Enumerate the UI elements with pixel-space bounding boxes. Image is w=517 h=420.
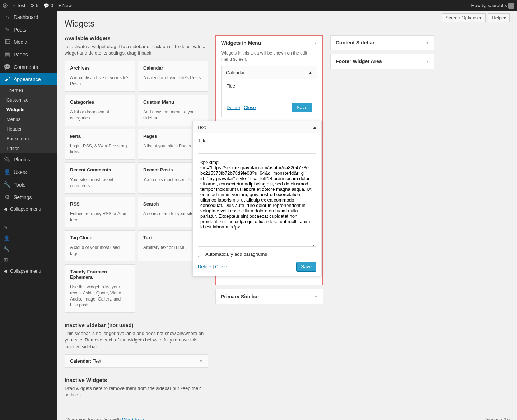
text-widget: Text ▲ Title:	[192, 121, 322, 276]
submenu-item-themes[interactable]: Themes	[0, 85, 57, 95]
close-link[interactable]: Close	[215, 264, 227, 269]
widget-area-header[interactable]: Footer Widget Area▼	[331, 54, 434, 69]
close-link[interactable]: Close	[244, 105, 256, 110]
available-widget[interactable]: RSSEntries from any RSS or Atom feed.	[65, 197, 135, 228]
site-link[interactable]: ⌂ Test	[13, 3, 25, 8]
text-content-textarea[interactable]	[198, 157, 316, 247]
submenu-item-background[interactable]: Background	[0, 134, 57, 143]
menu-item-settings[interactable]: ⚙Settings	[0, 191, 57, 203]
submenu-item-customize[interactable]: Customize	[0, 95, 57, 105]
submenu-item-menus[interactable]: Menus	[0, 114, 57, 124]
menu-item-media[interactable]: 🖼Media	[0, 36, 57, 48]
chevron-up-icon: ▲	[314, 41, 317, 45]
widget-area-header[interactable]: Content Sidebar▼	[331, 36, 434, 50]
available-widget[interactable]: ArchivesA monthly archive of your site's…	[65, 61, 135, 92]
widget-area-header[interactable]: Widgets in Menu ▲	[216, 36, 322, 50]
menu-icon: 💬	[4, 63, 11, 70]
menu-icon: ⚙	[4, 194, 11, 200]
available-widget[interactable]: Tag CloudA cloud of your most used tags.	[65, 230, 135, 261]
chevron-down-icon: ▼	[425, 41, 429, 45]
widget-name: Meta	[65, 129, 135, 143]
menu-icon: 🖌	[4, 76, 11, 82]
menu-item-tools[interactable]: 🔧Tools	[0, 178, 57, 191]
inactive-widgets-desc: Drag widgets here to remove them from th…	[65, 385, 208, 398]
calendar-widget-header[interactable]: Calendar ▲	[222, 66, 317, 79]
menu-item-pages[interactable]: ▤Pages	[0, 48, 57, 61]
howdy-link[interactable]: Howdy, saurabhs	[471, 3, 514, 9]
inactive-widgets-heading: Inactive Widgets	[65, 377, 208, 383]
submenu-item-editor[interactable]: Editor	[0, 143, 57, 153]
autop-checkbox[interactable]	[198, 253, 202, 257]
avatar	[508, 3, 514, 9]
submenu-item-widgets[interactable]: Widgets	[0, 105, 57, 114]
text-widget-header[interactable]: Text ▲	[193, 121, 321, 133]
calendar-title-input[interactable]	[227, 90, 312, 99]
inactive-sidebar-heading: Inactive Sidebar (not used)	[65, 322, 208, 328]
chevron-down-icon: ▼	[425, 60, 429, 63]
footer-version: Version 4.0	[486, 417, 510, 420]
widget-area: Footer Widget Area▼	[330, 54, 434, 69]
admin-bar: ⓦ ⌂ Test ⟳ 5 💬 0 + New Howdy, saurabhs	[0, 0, 517, 11]
menu-item-dashboard[interactable]: ⌂Dashboard	[0, 11, 57, 23]
chevron-up-icon: ▲	[312, 124, 317, 130]
menu-icon: 🖼	[4, 39, 11, 45]
inactive-sidebar-desc: This sidebar is no longer available and …	[65, 330, 208, 350]
available-widget[interactable]: Twenty Fourteen EphemeraUse this widget …	[65, 264, 135, 313]
chevron-down-icon: ▼	[314, 294, 318, 298]
updates-link[interactable]: ⟳ 5	[31, 3, 38, 8]
widget-desc: A calendar of your site's Posts.	[138, 75, 208, 85]
widget-desc: A list or dropdown of categories.	[65, 109, 135, 126]
menu-icon: 🔧	[4, 181, 11, 188]
save-button[interactable]: Save	[292, 103, 312, 112]
widget-name: Twenty Fourteen Ephemera	[65, 265, 135, 284]
admin-menu: ⌂Dashboard✎Posts🖼Media▤Pages💬Comments🖌Ap…	[0, 11, 57, 420]
widgets-in-menu-area: Widgets in Menu ▲ Widgets in this area w…	[215, 35, 323, 285]
menu-item-users[interactable]: 👤Users	[0, 166, 57, 178]
submenu-item-header[interactable]: Header	[0, 124, 57, 134]
chevron-down-icon: ▼	[199, 359, 203, 363]
widget-desc: Use this widget to list your recent Asid…	[65, 284, 135, 312]
widget-desc: A monthly archive of your site's Posts.	[65, 75, 135, 91]
available-widgets-heading: Available Widgets	[65, 35, 208, 41]
delete-link[interactable]: Delete	[198, 264, 211, 269]
widget-desc: Your site's most recent comments.	[65, 177, 135, 193]
footer-thanks: Thank you for creating with WordPress.	[65, 417, 146, 420]
menu-item-appearance[interactable]: 🖌Appearance	[0, 73, 57, 85]
available-widget[interactable]: CategoriesA list or dropdown of categori…	[65, 95, 135, 126]
menu-icon: ▤	[4, 51, 11, 58]
collapse-menu[interactable]: ◀ Collapse menu	[0, 265, 57, 277]
widget-name: Custom Menu	[138, 95, 208, 109]
text-title-input[interactable]	[198, 145, 316, 154]
delete-link[interactable]: Delete	[227, 105, 240, 110]
sidebar-mini-icon[interactable]: 👤	[4, 235, 54, 241]
available-widget[interactable]: CalendarA calendar of your site's Posts.	[138, 61, 208, 92]
menu-item-posts[interactable]: ✎Posts	[0, 23, 57, 36]
menu-item-comments[interactable]: 💬Comments	[0, 61, 57, 73]
title-label: Title:	[198, 138, 316, 143]
sidebar-mini-icon[interactable]: ⊞	[4, 257, 54, 263]
sidebar-mini-icon[interactable]: ✎	[4, 225, 54, 230]
available-widget[interactable]: MetaLogin, RSS, & WordPress.org links.	[65, 129, 135, 160]
menu-item-plugins[interactable]: 🔌Plugins	[0, 153, 57, 166]
widget-name: RSS	[65, 197, 135, 211]
wordpress-link[interactable]: WordPress	[122, 417, 145, 420]
screen-options-button[interactable]: Screen Options ▾	[442, 13, 486, 22]
available-widget[interactable]: Recent CommentsYour site's most recent c…	[65, 162, 135, 194]
wp-logo-icon[interactable]: ⓦ	[3, 3, 8, 9]
widget-name: Tag Cloud	[65, 231, 135, 245]
widget-area-header[interactable]: Primary Sidebar ▼	[216, 289, 323, 304]
save-button[interactable]: Save	[296, 262, 316, 272]
widget-name: Categories	[65, 95, 135, 109]
collapse-menu[interactable]: ◀ Collapse menu	[0, 203, 57, 214]
widget-desc: Entries from any RSS or Atom feed.	[65, 211, 135, 227]
sidebar-mini-icon[interactable]: 🔧	[4, 246, 54, 252]
comments-link[interactable]: 💬 0	[43, 3, 53, 8]
widget-desc: A cloud of your most used tags.	[65, 245, 135, 261]
menu-icon: 🔌	[4, 156, 11, 163]
new-link[interactable]: + New	[58, 3, 72, 8]
menu-icon: ✎	[4, 26, 11, 33]
menu-icon: 👤	[4, 169, 11, 175]
autop-label: Automatically add paragraphs	[205, 251, 267, 257]
help-button[interactable]: Help ▾	[488, 13, 510, 22]
inactive-sidebar-widget[interactable]: Calendar: Test ▼	[65, 354, 208, 368]
